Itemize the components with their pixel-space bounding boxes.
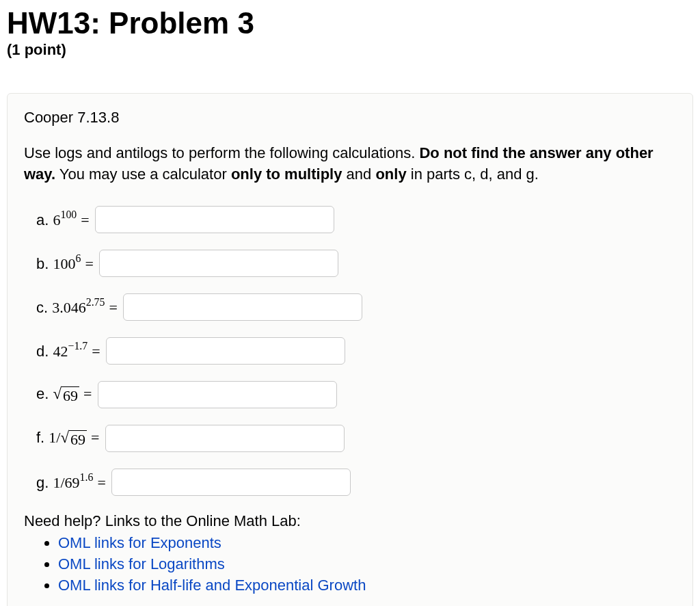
part-letter: g.: [36, 474, 49, 492]
problem-b: b. 1006=: [36, 250, 676, 277]
instructions: Use logs and antilogs to perform the fol…: [24, 143, 676, 185]
equals-sign: =: [97, 474, 105, 492]
points-label: (1 point): [7, 41, 693, 59]
instructions-text: You may use a calculator: [55, 166, 231, 183]
instructions-bold-2: only to multiply: [231, 166, 342, 183]
equals-sign: =: [83, 385, 92, 403]
instructions-text: Use logs and antilogs to perform the fol…: [24, 144, 419, 161]
part-letter: e.: [36, 385, 49, 403]
answer-input-b[interactable]: [99, 250, 338, 277]
list-item: OML links for Logarithms: [58, 554, 676, 575]
radicand: 69: [62, 386, 79, 404]
page-title: HW13: Problem 3: [7, 7, 693, 40]
problem-g: g. 1/691.6=: [36, 469, 676, 496]
problem-container: Cooper 7.13.8 Use logs and antilogs to p…: [7, 93, 693, 606]
problem-g-label: g. 1/691.6=: [36, 473, 111, 492]
problem-b-label: b. 1006=: [36, 254, 99, 273]
radical-icon: √: [53, 386, 62, 401]
problem-a: a. 6100=: [36, 206, 676, 233]
part-letter: f.: [36, 429, 44, 447]
radical-icon: √: [60, 430, 69, 445]
part-letter: d.: [36, 343, 49, 360]
equals-sign: =: [85, 255, 93, 273]
radicand: 69: [69, 430, 87, 448]
list-item: OML links for Exponents: [58, 533, 676, 554]
exponent: 6: [75, 252, 81, 264]
problem-a-label: a. 6100=: [36, 210, 95, 229]
problem-f: f. 1/√69=: [36, 425, 676, 452]
equals-sign: =: [92, 343, 100, 360]
prefix: 1/: [49, 429, 60, 446]
problem-e-label: e. √69=: [36, 385, 98, 404]
base: 3.046: [52, 299, 86, 316]
help-link-halflife[interactable]: OML links for Half-life and Exponential …: [58, 577, 366, 594]
exponent: −1.7: [68, 340, 88, 352]
answer-input-c[interactable]: [123, 293, 362, 321]
base: 6: [53, 211, 60, 228]
instructions-bold-3: only: [375, 166, 406, 183]
problem-d: d. 42−1.7=: [36, 337, 676, 365]
answer-input-f[interactable]: [105, 425, 345, 452]
help-link-logarithms[interactable]: OML links for Logarithms: [58, 555, 225, 572]
problem-c: c. 3.0462.75=: [36, 293, 676, 321]
problem-d-label: d. 42−1.7=: [36, 341, 106, 360]
help-link-exponents[interactable]: OML links for Exponents: [58, 534, 221, 551]
base: 100: [53, 255, 75, 272]
part-letter: a.: [36, 211, 49, 229]
exponent: 1.6: [80, 471, 94, 483]
problem-c-label: c. 3.0462.75=: [36, 298, 123, 317]
part-letter: c.: [36, 299, 48, 317]
equals-sign: =: [91, 429, 99, 447]
prefix: 1/: [53, 474, 64, 491]
problem-f-label: f. 1/√69=: [36, 429, 105, 447]
base: 69: [65, 474, 80, 491]
help-header: Need help? Links to the Online Math Lab:: [24, 512, 676, 530]
list-item: OML links for Half-life and Exponential …: [58, 575, 676, 596]
sqrt: √69: [53, 386, 79, 404]
answer-input-g[interactable]: [111, 469, 351, 496]
equals-sign: =: [81, 211, 89, 229]
exponent: 100: [60, 209, 77, 220]
part-letter: b.: [36, 255, 49, 273]
instructions-text: in parts c, d, and g.: [407, 166, 539, 183]
answer-input-d[interactable]: [106, 337, 345, 365]
equals-sign: =: [109, 299, 117, 317]
exponent: 2.75: [86, 296, 105, 308]
problem-e: e. √69=: [36, 381, 676, 408]
answer-input-a[interactable]: [95, 206, 334, 233]
base: 42: [53, 343, 68, 360]
sqrt: √69: [60, 430, 87, 447]
answer-input-e[interactable]: [98, 381, 337, 408]
instructions-text: and: [342, 166, 375, 183]
help-links-list: OML links for Exponents OML links for Lo…: [24, 533, 676, 596]
textbook-reference: Cooper 7.13.8: [24, 109, 676, 127]
